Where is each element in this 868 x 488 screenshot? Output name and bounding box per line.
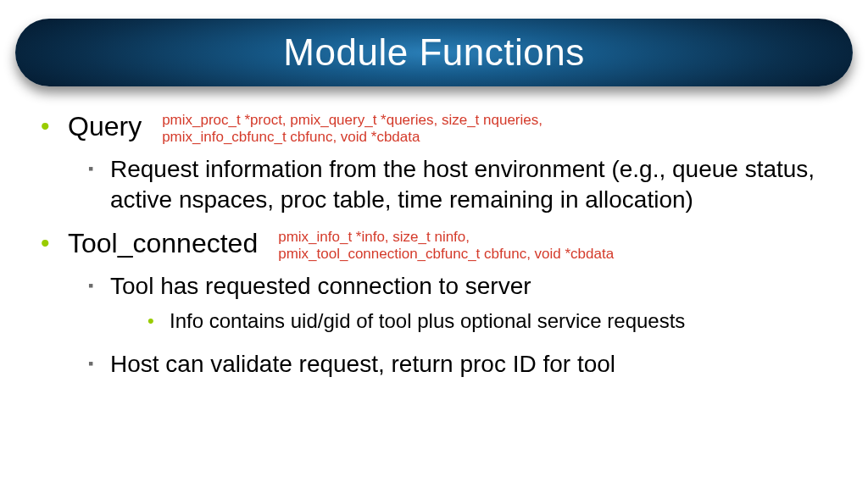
bullet-list-level2: ▪ Request information from the host envi… xyxy=(88,154,834,215)
item-text: Tool has requested connection to server xyxy=(110,273,531,299)
item-text: Info contains uid/gid of tool plus optio… xyxy=(170,308,685,334)
slide-title: Module Functions xyxy=(283,31,584,74)
list-item: ▪ Host can validate request, return proc… xyxy=(88,349,834,380)
slide-content: • Query pmix_proc_t *proct, pmix_query_t… xyxy=(0,86,868,380)
signature-line: pmix_info_cbfunc_t cbfunc, void *cbdata xyxy=(162,129,542,146)
function-signature: pmix_proc_t *proct, pmix_query_t *querie… xyxy=(153,110,542,146)
signature-line: pmix_tool_connection_cbfunc_t cbfunc, vo… xyxy=(278,246,614,263)
item-text: Request information from the host enviro… xyxy=(110,154,834,215)
bullet-list-level3: • Info contains uid/gid of tool plus opt… xyxy=(147,308,834,334)
item-tool-connected: • Tool_connected pmix_info_t *info, size… xyxy=(41,227,834,380)
function-signature: pmix_info_t *info, size_t ninfo, pmix_to… xyxy=(270,227,614,263)
list-item: • Info contains uid/gid of tool plus opt… xyxy=(147,308,834,334)
title-bar: Module Functions xyxy=(15,19,853,86)
bullet-list-level2: ▪ Tool has requested connection to serve… xyxy=(88,271,834,380)
bullet-icon: • xyxy=(41,227,56,259)
bullet-list-level1: • Query pmix_proc_t *proct, pmix_query_t… xyxy=(41,110,834,380)
bullet-icon: ▪ xyxy=(88,349,100,378)
item-heading: Query xyxy=(68,110,142,142)
bullet-icon: ▪ xyxy=(88,154,100,183)
list-item: ▪ Tool has requested connection to serve… xyxy=(88,271,834,341)
list-item: ▪ Request information from the host envi… xyxy=(88,154,834,215)
item-body: Tool has requested connection to server … xyxy=(110,271,834,341)
item-row: • Tool_connected pmix_info_t *info, size… xyxy=(41,227,834,263)
bullet-icon: • xyxy=(147,308,159,334)
signature-line: pmix_info_t *info, size_t ninfo, xyxy=(278,229,614,246)
bullet-icon: ▪ xyxy=(88,271,100,300)
item-query: • Query pmix_proc_t *proct, pmix_query_t… xyxy=(41,110,834,215)
item-heading: Tool_connected xyxy=(68,227,258,259)
item-row: • Query pmix_proc_t *proct, pmix_query_t… xyxy=(41,110,834,146)
bullet-icon: • xyxy=(41,110,56,142)
signature-line: pmix_proc_t *proct, pmix_query_t *querie… xyxy=(162,112,542,129)
item-text: Host can validate request, return proc I… xyxy=(110,349,615,380)
